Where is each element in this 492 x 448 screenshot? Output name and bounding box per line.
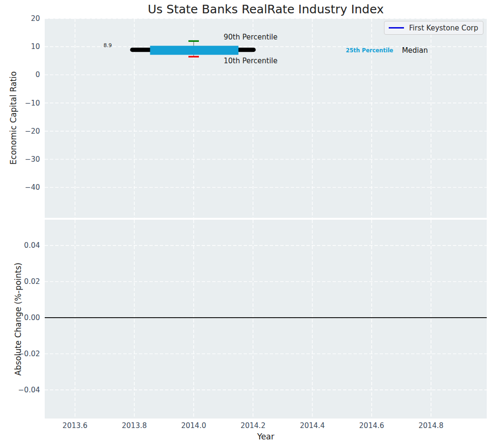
y-tick-label: 0.00 [24,313,40,322]
x-tick-label: 2014.6 [359,421,384,430]
y-tick-label: 0.04 [24,241,40,250]
y-tick-label: 0.02 [24,277,40,286]
y-tick-label: −10 [25,99,40,107]
y-tick-label: −30 [25,155,40,164]
x-tick-label: 2013.8 [122,421,147,430]
legend-label: First Keystone Corp [409,24,478,32]
y-tick-label: −20 [25,127,40,136]
y-tick-label: 20 [31,14,40,23]
y-tick-label: 10 [31,42,40,51]
x-tick-label: 2013.6 [62,421,88,430]
x-tick-label: 2014.2 [240,421,266,430]
x-tick-label: 2014.8 [419,421,444,430]
top-plot-area: First Keystone Corp [45,19,487,218]
y-axis-label-bottom: Absolute Change (%-points) [13,263,23,376]
y-tick-label: 0 [35,70,40,79]
x-tick-label: 2014.4 [300,421,325,430]
legend-line-swatch [389,27,404,29]
chart-title: Us State Banks RealRate Industry Index [45,2,487,16]
y-tick-label: −40 [25,183,40,192]
legend: First Keystone Corp [384,21,483,35]
top-plot-canvas [45,19,487,218]
x-axis-label: Year [45,432,487,441]
bottom-plot-area [45,220,487,419]
y-axis-label-top: Economic Capital Ratio [9,71,18,165]
figure: Us State Banks RealRate Industry Index F… [0,0,492,448]
bottom-plot-canvas [45,220,487,419]
x-tick-label: 2014.0 [181,421,207,430]
y-tick-label: −0.04 [18,386,40,394]
